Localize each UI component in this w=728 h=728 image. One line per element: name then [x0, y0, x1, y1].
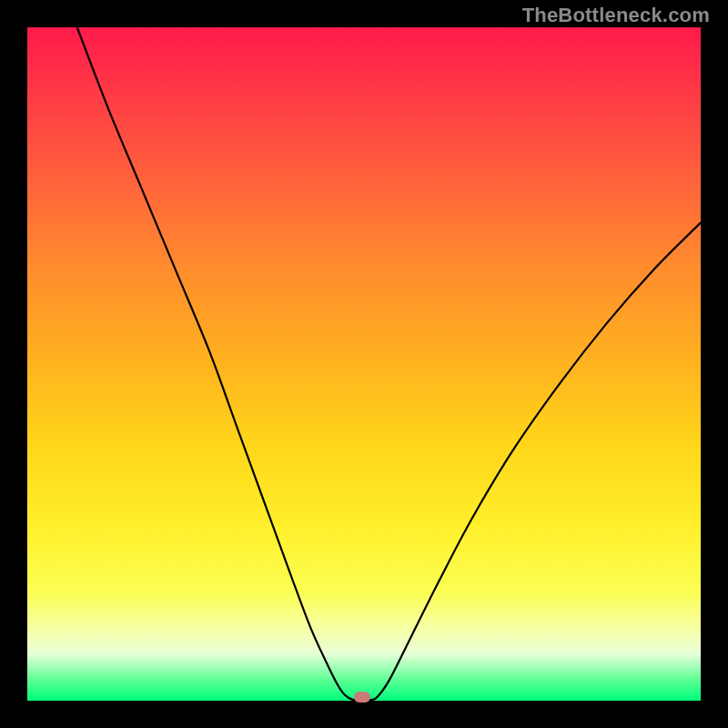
optimal-point-marker: [354, 692, 370, 703]
chart-frame: TheBottleneck.com: [0, 0, 728, 728]
bottleneck-curve: [27, 27, 701, 701]
plot-area: [27, 27, 701, 701]
watermark-text: TheBottleneck.com: [522, 4, 710, 27]
